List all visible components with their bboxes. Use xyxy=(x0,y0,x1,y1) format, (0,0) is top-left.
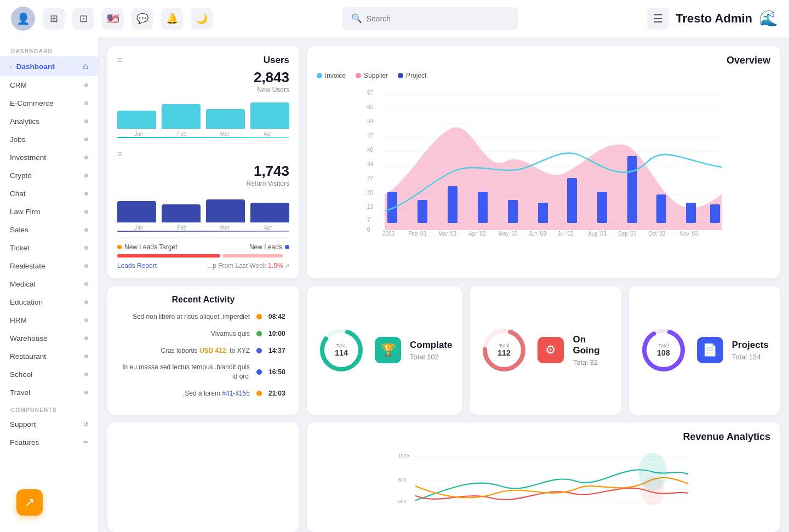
activity-text-3: In eu massa sed lectus tempus .blandit q… xyxy=(117,363,250,381)
svg-text:40: 40 xyxy=(367,147,374,153)
sidebar-item-ticket[interactable]: Ticket xyxy=(0,239,98,257)
svg-text:114: 114 xyxy=(335,348,348,357)
leads-dot-orange xyxy=(117,245,122,249)
sidebar-item-warehouse[interactable]: Warehouse xyxy=(0,329,98,347)
revenue-card: Revenue Analytics 1000 800 600 xyxy=(307,422,780,532)
expand-icon-features: ✏ xyxy=(83,439,88,446)
svg-text:7: 7 xyxy=(367,217,370,223)
hamburger-btn[interactable]: ☰ xyxy=(647,8,669,30)
sidebar-dot-jobs xyxy=(84,138,88,141)
new-users-menu-icon[interactable]: ≡ xyxy=(117,55,122,65)
sidebar-item-support[interactable]: Support ↺ xyxy=(0,415,98,433)
fullscreen-icon-btn[interactable]: ⊡ xyxy=(72,8,94,30)
svg-text:20: 20 xyxy=(367,190,374,196)
sidebar-item-lawfirm[interactable]: Law Firm xyxy=(0,203,98,221)
sidebar-item-investment[interactable]: Investment xyxy=(0,148,98,167)
svg-text:1000: 1000 xyxy=(398,453,409,459)
sidebar-item-crypto[interactable]: Crypto xyxy=(0,167,98,185)
activity-dot-0 xyxy=(256,314,262,319)
ongoing-sub: Total 32 xyxy=(573,358,611,367)
sidebar-item-analytics[interactable]: Analytics xyxy=(0,112,98,130)
sidebar-dot-realestate xyxy=(84,264,88,268)
svg-rect-31 xyxy=(686,203,696,223)
month-jan: Jan xyxy=(117,131,161,137)
return-visitors-chart xyxy=(117,190,289,222)
svg-text:Mar '03: Mar '03 xyxy=(438,231,456,237)
sidebar-item-medical[interactable]: Medical xyxy=(0,275,98,293)
sidebar-dot-chat xyxy=(84,192,88,196)
sidebar-item-ecommerce[interactable]: E-Commerce xyxy=(0,94,98,112)
sidebar-item-education[interactable]: Education xyxy=(0,293,98,311)
sidebar-dot-medical xyxy=(84,282,88,286)
bar-group-feb xyxy=(162,104,201,129)
sidebar-dot-ticket xyxy=(84,246,88,250)
sidebar-dot-sales xyxy=(84,228,88,232)
sidebar-item-realestate[interactable]: Realestate xyxy=(0,257,98,275)
svg-text:Sep '03: Sep '03 xyxy=(618,231,637,237)
orange-fab-button[interactable]: ↗ xyxy=(16,489,43,516)
users-title: Users xyxy=(122,55,289,66)
return-visitors-menu-icon[interactable]: ≡ xyxy=(117,150,122,159)
sidebar-item-crm[interactable]: CRM xyxy=(0,76,98,94)
sidebar-item-hrm[interactable]: HRM xyxy=(0,311,98,329)
sidebar-item-chat[interactable]: Chat xyxy=(0,185,98,203)
search-input[interactable] xyxy=(367,14,509,23)
stat-card-complete: Total 114 🏆 Complate Total 102 xyxy=(307,286,462,415)
brand-icon: 🌊 xyxy=(759,9,778,27)
sidebar-label-crypto: Crypto xyxy=(10,171,32,180)
svg-text:Total: Total xyxy=(658,343,668,348)
legend-supplier: Supplier xyxy=(356,72,388,79)
activity-title: Recent Activity xyxy=(117,295,289,305)
svg-rect-23 xyxy=(448,186,458,223)
ongoing-icon: ⚙ xyxy=(538,337,564,363)
stat-card-projects: Total 108 📄 Projects Total 124 xyxy=(629,286,780,415)
svg-rect-32 xyxy=(710,204,720,223)
chat-icon-btn[interactable]: 💬 xyxy=(132,8,153,30)
svg-rect-25 xyxy=(508,200,518,223)
svg-text:Total: Total xyxy=(336,343,346,348)
return-visitors-label: Return Visitors xyxy=(117,180,289,187)
sidebar-item-dashboard[interactable]: ‹ Dashboard ⌂ xyxy=(0,56,98,76)
revenue-svg: 1000 800 600 xyxy=(317,448,770,519)
rv-bar-group-jan xyxy=(117,201,156,222)
svg-rect-26 xyxy=(538,203,548,223)
sidebar-dot-travel xyxy=(84,391,88,394)
new-leads-target-label: New Leads Target xyxy=(117,243,178,251)
svg-rect-30 xyxy=(656,195,666,223)
activity-item-0: Sed non libero at risus aliquet .imperdi… xyxy=(117,312,289,322)
rv-bar-group-apr xyxy=(250,203,289,222)
bell-icon-btn[interactable]: 🔔 xyxy=(161,8,183,30)
sidebar-item-features[interactable]: Features ✏ xyxy=(0,433,98,451)
sidebar-item-travel[interactable]: Travel xyxy=(0,384,98,402)
leads-bar-row xyxy=(117,254,289,258)
leads-from-last-week: ...p From Last Week 1.5% ↗ xyxy=(207,262,289,270)
sidebar-item-jobs[interactable]: Jobs xyxy=(0,130,98,148)
sidebar-label-sales: Sales xyxy=(10,226,28,234)
svg-rect-27 xyxy=(567,178,577,223)
sidebar: DASHBOARD ‹ Dashboard ⌂ CRM E-Commerce A… xyxy=(0,37,99,532)
sidebar-dot-crm xyxy=(84,83,88,87)
activity-item-2: Cras lobortis USD 412. to XYZ 14:37 xyxy=(117,346,289,356)
sidebar-item-school[interactable]: School xyxy=(0,365,98,384)
avatar[interactable]: 👤 xyxy=(11,7,35,31)
flag-icon-btn[interactable]: 🇺🇸 xyxy=(102,8,124,30)
darkmode-icon-btn[interactable]: 🌙 xyxy=(191,8,213,30)
topnav-right: ☰ Tresto Admin 🌊 xyxy=(647,8,778,30)
svg-text:Jul '03: Jul '03 xyxy=(558,231,574,237)
sidebar-label-chat: Chat xyxy=(10,190,26,198)
activity-text-1: Vivamus quis xyxy=(117,329,250,339)
grid-icon-btn[interactable]: ⊞ xyxy=(43,8,65,30)
svg-text:13: 13 xyxy=(367,204,374,210)
main-layout: DASHBOARD ‹ Dashboard ⌂ CRM E-Commerce A… xyxy=(0,37,789,532)
home-icon: ⌂ xyxy=(83,61,88,71)
sidebar-dot-restaurant xyxy=(84,354,88,358)
return-visitors-value: 1,743 xyxy=(117,163,289,180)
sidebar-item-restaurant[interactable]: Restaurant xyxy=(0,347,98,365)
sidebar-item-sales[interactable]: Sales xyxy=(0,221,98,239)
bar-jan xyxy=(117,111,156,129)
svg-rect-29 xyxy=(627,156,637,223)
leads-report-link[interactable]: Leads Report xyxy=(117,262,157,270)
complete-sub: Total 102 xyxy=(410,353,452,361)
svg-text:47: 47 xyxy=(367,133,374,139)
sidebar-dot-investment xyxy=(84,156,88,159)
